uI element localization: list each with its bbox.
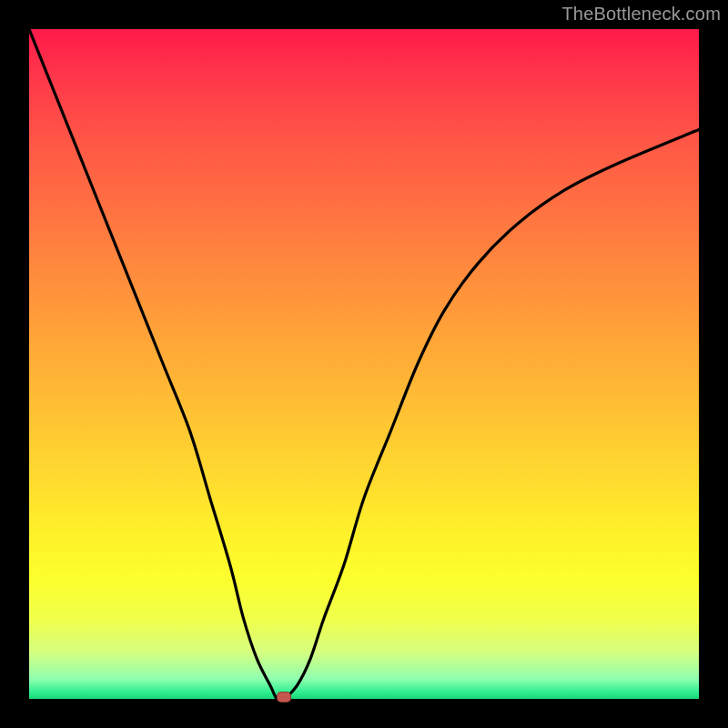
watermark-text: TheBottleneck.com bbox=[561, 4, 721, 25]
plot-area bbox=[29, 29, 699, 699]
curve-svg bbox=[29, 29, 699, 699]
optimal-point-marker bbox=[277, 692, 291, 703]
bottleneck-curve bbox=[29, 29, 699, 699]
chart-frame: TheBottleneck.com bbox=[0, 0, 728, 728]
